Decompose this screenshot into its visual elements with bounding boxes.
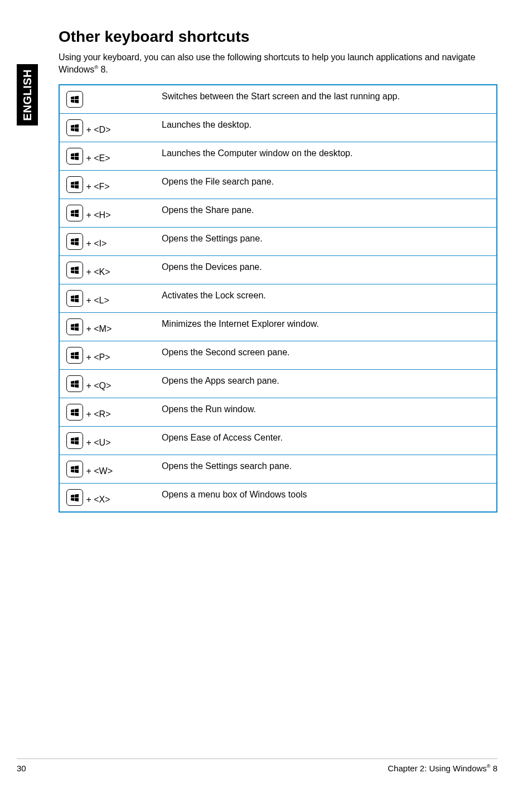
table-row: + <F> Opens the File search pane. — [59, 171, 497, 199]
svg-marker-57 — [75, 494, 79, 497]
intro-text-1: Using your keyboard, you can also use th… — [59, 52, 475, 74]
svg-marker-38 — [71, 356, 74, 359]
svg-marker-52 — [71, 466, 74, 469]
svg-marker-37 — [75, 352, 79, 355]
description-cell: Opens the Second screen pane. — [155, 341, 497, 370]
table-row: + <U> Opens Ease of Access Center. — [59, 427, 497, 455]
windows-key-icon — [66, 404, 83, 421]
shortcut-cell: + <X> — [59, 484, 155, 513]
windows-key-icon — [66, 318, 83, 335]
svg-marker-41 — [75, 380, 79, 384]
windows-key-icon — [66, 347, 83, 364]
shortcut-cell: + <I> — [59, 228, 155, 256]
key-combo-text: + <P> — [84, 352, 110, 362]
svg-marker-40 — [71, 381, 74, 384]
windows-key-icon — [66, 262, 83, 278]
svg-marker-35 — [75, 327, 79, 331]
svg-marker-45 — [75, 409, 79, 412]
key-combo-text: + <F> — [84, 182, 110, 191]
svg-marker-15 — [75, 185, 79, 189]
windows-key-icon — [66, 176, 83, 193]
description-cell: Opens Ease of Access Center. — [155, 427, 497, 455]
svg-marker-13 — [75, 181, 79, 185]
svg-marker-20 — [71, 239, 74, 241]
svg-marker-48 — [71, 438, 74, 441]
svg-marker-8 — [71, 153, 74, 156]
windows-key-icon — [66, 205, 83, 221]
svg-marker-30 — [71, 299, 74, 302]
svg-marker-47 — [75, 413, 79, 416]
page-number: 30 — [17, 764, 26, 773]
svg-marker-31 — [75, 299, 79, 302]
description-cell: Opens the Run window. — [155, 398, 497, 427]
description-cell: Opens the Devices pane. — [155, 256, 497, 284]
windows-key-icon — [66, 290, 83, 307]
windows-key-icon — [66, 91, 83, 108]
table-row: + <X> Opens a menu box of Windows tools — [59, 484, 497, 513]
svg-marker-55 — [75, 470, 79, 473]
key-combo-text: + <X> — [84, 495, 110, 504]
description-cell: Activates the Lock screen. — [155, 284, 497, 313]
svg-marker-7 — [75, 128, 79, 132]
page-footer: 30 Chapter 2: Using Windows® 8 — [17, 758, 497, 773]
description-cell: Switches between the Start screen and th… — [155, 85, 497, 114]
description-cell: Minimizes the Internet Explorer window. — [155, 313, 497, 341]
shortcut-cell: + <U> — [59, 427, 155, 455]
shortcut-cell: + <R> — [59, 398, 155, 427]
description-cell: Launches the Computer window on the desk… — [155, 142, 497, 171]
shortcuts-table: Switches between the Start screen and th… — [59, 84, 497, 513]
description-cell: Opens the Settings pane. — [155, 228, 497, 256]
shortcut-cell: + <W> — [59, 455, 155, 484]
svg-marker-32 — [71, 324, 74, 327]
svg-marker-34 — [71, 327, 74, 330]
key-combo-text: + <E> — [84, 153, 110, 163]
svg-marker-1 — [75, 96, 79, 99]
table-row: + <K> Opens the Devices pane. — [59, 256, 497, 284]
table-row: + <E> Launches the Computer window on th… — [59, 142, 497, 171]
windows-key-icon — [66, 489, 83, 506]
key-combo-text: + <Q> — [84, 381, 111, 390]
svg-marker-49 — [75, 437, 79, 441]
shortcut-cell: + <K> — [59, 256, 155, 284]
svg-marker-5 — [75, 124, 79, 128]
key-combo-text: + <U> — [84, 438, 110, 447]
shortcut-cell — [59, 85, 155, 114]
description-cell: Opens the Share pane. — [155, 199, 497, 228]
shortcut-cell: + <H> — [59, 199, 155, 228]
table-row: + <Q> Opens the Apps search pane. — [59, 370, 497, 398]
intro-text-2: 8. — [98, 65, 108, 74]
svg-marker-22 — [71, 242, 74, 245]
windows-key-icon — [66, 461, 83, 477]
svg-marker-0 — [71, 96, 74, 99]
shortcut-cell: + <F> — [59, 171, 155, 199]
table-row: + <M> Minimizes the Internet Explorer wi… — [59, 313, 497, 341]
shortcut-cell: + <P> — [59, 341, 155, 370]
key-combo-text: + <R> — [84, 409, 110, 419]
key-combo-text: + <H> — [84, 210, 110, 220]
svg-marker-58 — [71, 498, 74, 501]
svg-marker-33 — [75, 323, 79, 327]
key-combo-text: + <M> — [84, 324, 112, 334]
table-row: + <D> Launches the desktop. — [59, 114, 497, 142]
svg-marker-44 — [71, 409, 74, 412]
description-cell: Opens the File search pane. — [155, 171, 497, 199]
windows-key-icon — [66, 233, 83, 250]
svg-marker-50 — [71, 441, 74, 444]
svg-marker-11 — [75, 157, 79, 160]
svg-marker-59 — [75, 498, 79, 501]
windows-key-icon — [66, 119, 83, 136]
key-combo-text: + <D> — [84, 125, 110, 134]
svg-marker-14 — [71, 185, 74, 188]
svg-marker-10 — [71, 157, 74, 160]
table-row: + <I> Opens the Settings pane. — [59, 228, 497, 256]
description-cell: Opens the Apps search pane. — [155, 370, 497, 398]
language-label: ENGLISH — [21, 69, 34, 120]
windows-key-icon — [66, 375, 83, 392]
page-title: Other keyboard shortcuts — [59, 28, 497, 46]
svg-marker-42 — [71, 384, 74, 387]
svg-marker-29 — [75, 295, 79, 298]
svg-marker-12 — [71, 182, 74, 185]
intro-paragraph: Using your keyboard, you can also use th… — [59, 51, 497, 75]
windows-key-icon — [66, 148, 83, 165]
svg-marker-9 — [75, 153, 79, 156]
